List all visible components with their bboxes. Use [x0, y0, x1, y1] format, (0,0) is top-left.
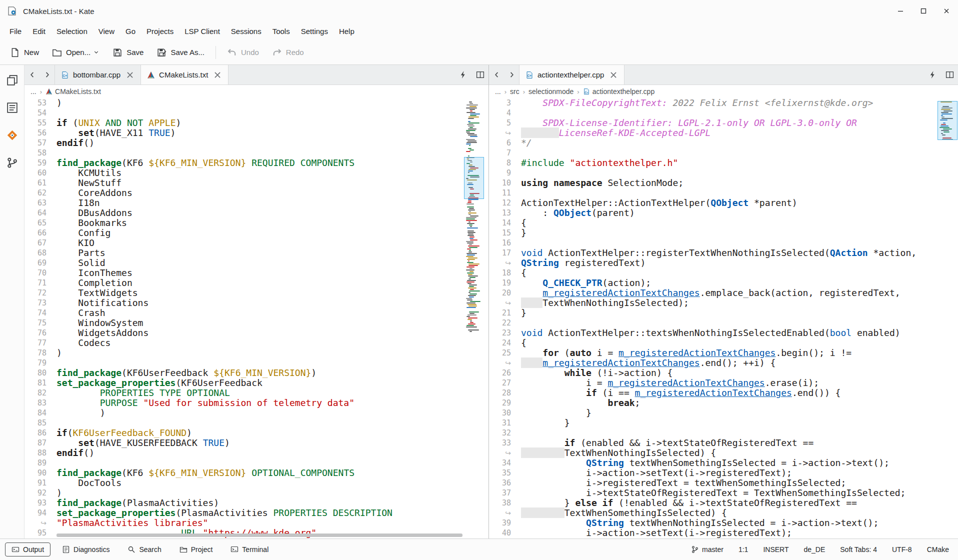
- code-text: i->registeredText = textWhenNothingIsSel…: [511, 538, 836, 538]
- breadcrumb-item-cmakelists-txt[interactable]: CMakeLists.txt: [46, 88, 101, 96]
- code-line: 93find_package(PlasmaActivities): [24, 498, 488, 508]
- code-line: 16: [489, 238, 958, 248]
- minimap-visible-region[interactable]: [938, 101, 958, 140]
- breadcrumb-label: CMakeLists.txt: [55, 88, 101, 96]
- quick-open-button[interactable]: [454, 65, 472, 84]
- line-number: 31: [489, 418, 511, 428]
- statusbar-terminal-button[interactable]: Terminal: [224, 542, 275, 556]
- quick-open-button[interactable]: [924, 65, 941, 84]
- code-line: 39 QString textWhenNothingIsSelected = i…: [489, 518, 958, 528]
- menu-go[interactable]: Go: [120, 24, 141, 39]
- sidebar-tool-project-plugin-icon[interactable]: [4, 127, 20, 143]
- breadcrumb-item-src[interactable]: src: [510, 88, 520, 96]
- status-item-label: 1:1: [738, 546, 748, 554]
- menu-help[interactable]: Help: [334, 24, 360, 39]
- window-minimize-button[interactable]: [889, 0, 912, 22]
- code-line: 74 Crash: [24, 308, 488, 318]
- statusbar-button-label: Diagnostics: [74, 546, 110, 554]
- statusbar-project-button[interactable]: Project: [173, 542, 220, 556]
- redo-icon: [272, 48, 282, 58]
- new-button[interactable]: New: [4, 44, 45, 62]
- next-document-button[interactable]: [504, 65, 519, 84]
- status-cursor-position[interactable]: 1:1: [738, 546, 748, 554]
- menu-selection[interactable]: Selection: [51, 24, 93, 39]
- code-line: 40 i->action->setText(i->registeredText)…: [489, 528, 958, 538]
- line-number: 74: [24, 308, 46, 318]
- menu-file[interactable]: File: [4, 24, 27, 39]
- line-number: 64: [24, 208, 46, 218]
- minimize-icon: [896, 7, 904, 15]
- sidebar-tool-documents-icon[interactable]: [4, 72, 20, 88]
- save-as-button[interactable]: Save As...: [150, 44, 210, 62]
- sidebar-tool-file-list-icon[interactable]: [4, 100, 20, 116]
- code-text: */: [511, 138, 532, 148]
- code-text: i->action->setText(i->registeredText);: [511, 468, 792, 478]
- toolbar-button-label: Redo: [286, 48, 304, 56]
- open-button[interactable]: Open...: [46, 44, 106, 62]
- window-close-button[interactable]: [935, 0, 958, 22]
- code-text: TextWhenNothingIsSelected);: [511, 298, 689, 308]
- code-text: [46, 418, 56, 428]
- menu-view[interactable]: View: [93, 24, 120, 39]
- breadcrumb-separator: ›: [40, 88, 42, 96]
- close-tab-icon[interactable]: [126, 70, 134, 80]
- split-view-button[interactable]: [472, 65, 488, 84]
- left-minimap[interactable]: [466, 100, 482, 340]
- line-wrap-indicator: ↪: [489, 448, 511, 458]
- statusbar-search-button[interactable]: Search: [121, 542, 168, 556]
- code-text: Q_CHECK_PTR(action);: [511, 278, 651, 288]
- menu-projects[interactable]: Projects: [141, 24, 179, 39]
- line-number: 73: [24, 298, 46, 308]
- code-line: 94set_package_properties(PlasmaActivitie…: [24, 508, 488, 518]
- line-number: 30: [489, 408, 511, 418]
- window-maximize-button[interactable]: [912, 0, 935, 22]
- chevron-left-icon: [493, 71, 500, 78]
- breadcrumb-item-selectionmode[interactable]: selectionmode: [528, 88, 574, 96]
- menu-settings[interactable]: Settings: [296, 24, 334, 39]
- redo-button[interactable]: Redo: [266, 44, 310, 62]
- prev-document-button[interactable]: [489, 65, 504, 84]
- line-number: 61: [24, 178, 46, 188]
- menu-edit[interactable]: Edit: [27, 24, 51, 39]
- code-line: 62 CoreAddons: [24, 188, 488, 198]
- statusbar-diagnostics-button[interactable]: Diagnostics: [56, 542, 116, 556]
- status-tab-mode[interactable]: Soft Tabs: 4: [840, 546, 877, 554]
- menu-lsp-client[interactable]: LSP Client: [179, 24, 226, 39]
- close-tab-icon[interactable]: [609, 70, 618, 80]
- code-line: 37 i->textStateOfRegisteredText = TextWh…: [489, 488, 958, 498]
- status-input-mode[interactable]: INSERT: [763, 546, 788, 554]
- cmake-file-icon: [147, 71, 155, 79]
- left-breadcrumb: ...›CMakeLists.txt: [24, 85, 488, 98]
- undo-button[interactable]: Undo: [221, 44, 265, 62]
- right-editor[interactable]: 3 SPDX-FileCopyrightText: 2022 Felix Ern…: [489, 98, 958, 538]
- status-dictionary[interactable]: de_DE: [804, 546, 825, 554]
- prev-document-button[interactable]: [24, 65, 40, 84]
- menu-tools[interactable]: Tools: [267, 24, 296, 39]
- status-encoding[interactable]: UTF-8: [892, 546, 912, 554]
- tab-bottombar-cpp[interactable]: C+bottombar.cpp: [54, 65, 141, 84]
- tab-cmakelists-txt[interactable]: CMakeLists.txt: [141, 65, 228, 84]
- breadcrumb-item-actiontexthelper-cpp[interactable]: C+actiontexthelper.cpp: [583, 88, 655, 96]
- statusbar-output-button[interactable]: Output: [5, 542, 50, 556]
- close-tab-icon[interactable]: [213, 70, 222, 80]
- tab-actiontexthelper-cpp[interactable]: C+actiontexthelper.cpp: [519, 65, 624, 84]
- split-view-button[interactable]: [941, 65, 958, 84]
- code-line: 36 i->registeredText = textWhenSomething…: [489, 478, 958, 488]
- code-line: 3 SPDX-FileCopyrightText: 2022 Felix Ern…: [489, 98, 958, 108]
- breadcrumb-overflow-button[interactable]: ...: [495, 88, 501, 96]
- left-editor[interactable]: 53)5455if (UNIX AND NOT APPLE)56 set(HAV…: [24, 98, 488, 538]
- sidebar-tool-git-branches-icon[interactable]: [4, 154, 20, 170]
- next-document-button[interactable]: [40, 65, 54, 84]
- status-git-branch[interactable]: master: [691, 546, 724, 554]
- code-text: find_package(KF6 ${KF6_MIN_VERSION} OPTI…: [46, 468, 354, 478]
- status-syntax-mode[interactable]: CMake: [927, 546, 949, 554]
- right-minimap[interactable]: [939, 100, 956, 145]
- line-number: 65: [24, 218, 46, 228]
- breadcrumb-overflow-button[interactable]: ...: [30, 88, 36, 96]
- window-controls: [889, 0, 958, 22]
- minimap-visible-region[interactable]: [464, 157, 484, 199]
- save-button[interactable]: Save: [106, 44, 150, 62]
- left-horizontal-scrollbar[interactable]: [56, 534, 462, 537]
- menu-sessions[interactable]: Sessions: [226, 24, 267, 39]
- breadcrumb-separator: ›: [504, 88, 506, 96]
